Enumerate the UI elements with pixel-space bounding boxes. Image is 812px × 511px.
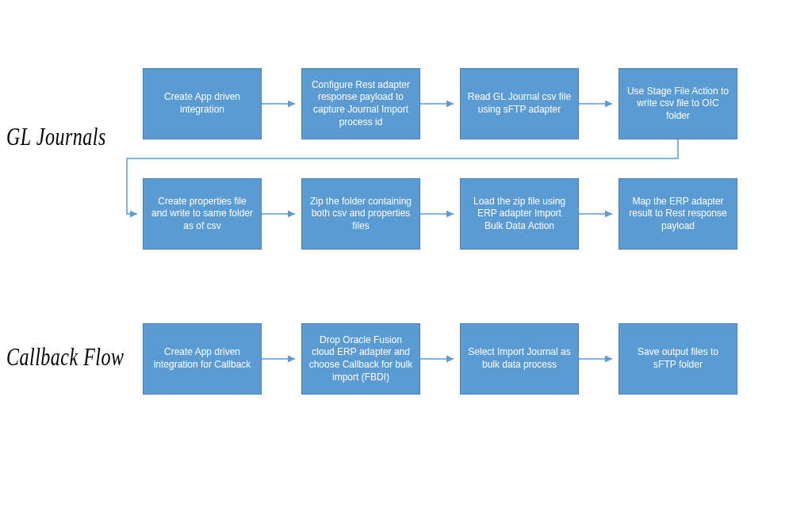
box-text: Create App driven integration for Callba…: [150, 346, 255, 371]
box-text: Read GL Journal csv file using sFTP adap…: [467, 91, 572, 116]
box-zip-folder: Zip the folder containing both csv and p…: [301, 178, 420, 250]
arrow-r3-3: [579, 354, 619, 364]
box-configure-rest-adapter: Configure Rest adapter response payload …: [301, 68, 420, 139]
callback-flow-label: Callback Flow: [6, 344, 124, 372]
box-text: Load the zip file using ERP adapter Impo…: [467, 196, 572, 233]
box-create-app-callback: Create App driven integration for Callba…: [143, 323, 262, 395]
arrow-r1-1: [262, 99, 301, 109]
box-map-erp-adapter: Map the ERP adapter result to Rest respo…: [619, 178, 737, 250]
box-text: Save output files to sFTP folder: [626, 346, 730, 371]
box-text: Select Import Journal as bulk data proce…: [467, 346, 572, 371]
box-text: Zip the folder containing both csv and p…: [308, 196, 413, 233]
arrow-r2-2: [420, 209, 460, 219]
box-text: Map the ERP adapter result to Rest respo…: [626, 196, 730, 233]
arrow-r3-1: [262, 354, 301, 364]
box-text: Drop Oracle Fusion cloud ERP adapter and…: [308, 334, 413, 383]
arrow-r1-3: [579, 99, 619, 109]
box-load-zip-file: Load the zip file using ERP adapter Impo…: [460, 178, 579, 250]
box-create-properties-file: Create properties file and write to same…: [143, 178, 262, 250]
box-create-app-driven-integration: Create App driven integration: [143, 68, 262, 139]
box-read-gl-journal-csv: Read GL Journal csv file using sFTP adap…: [460, 68, 579, 139]
box-drop-oracle-fusion: Drop Oracle Fusion cloud ERP adapter and…: [301, 323, 420, 395]
box-text: Create properties file and write to same…: [150, 196, 255, 233]
arrow-r2-1: [262, 209, 301, 219]
box-text: Create App driven integration: [150, 91, 255, 116]
box-select-import-journal: Select Import Journal as bulk data proce…: [460, 323, 579, 395]
arrow-r1-2: [420, 99, 460, 109]
box-text: Configure Rest adapter response payload …: [308, 79, 413, 128]
box-use-stage-file-action: Use Stage File Action to write csv file …: [619, 68, 737, 139]
gl-journals-label: GL Journals: [6, 124, 106, 151]
box-text: Use Stage File Action to write csv file …: [626, 86, 730, 123]
arrow-r2-3: [579, 209, 619, 219]
arrow-r3-2: [420, 354, 460, 364]
box-save-output-files: Save output files to sFTP folder: [619, 323, 737, 395]
